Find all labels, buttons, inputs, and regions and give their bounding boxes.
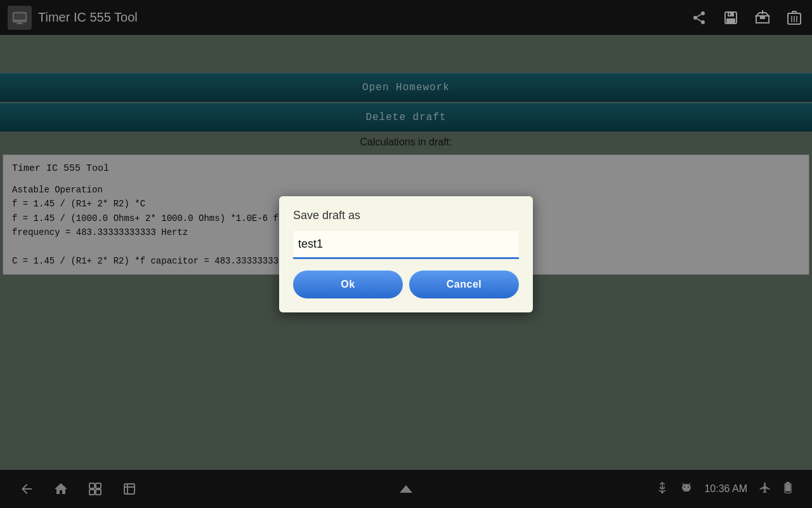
- modal-title: Save draft as: [293, 209, 519, 222]
- save-draft-modal: Save draft as Ok Cancel: [279, 196, 533, 312]
- modal-overlay: Save draft as Ok Cancel: [0, 0, 812, 508]
- ok-button[interactable]: Ok: [293, 271, 403, 298]
- modal-buttons: Ok Cancel: [293, 271, 519, 298]
- draft-name-input[interactable]: [293, 231, 519, 259]
- cancel-button[interactable]: Cancel: [409, 271, 519, 298]
